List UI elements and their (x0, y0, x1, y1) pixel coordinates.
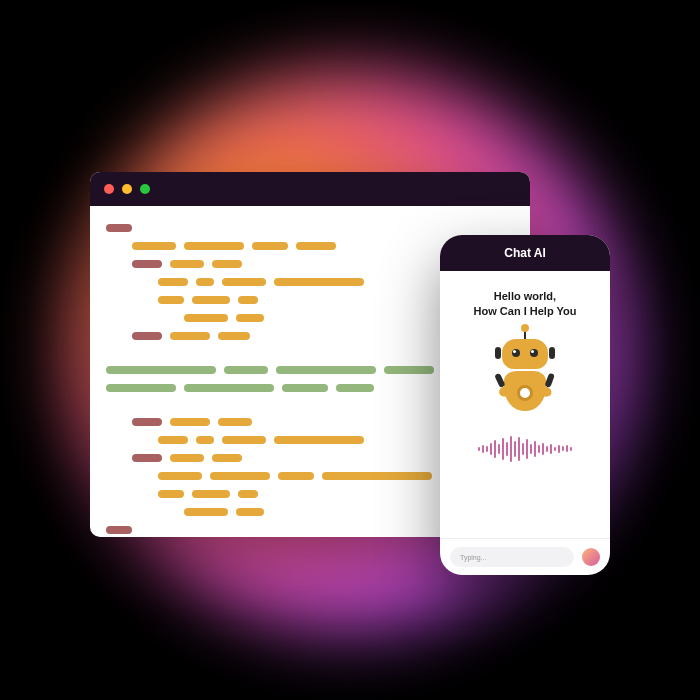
chat-phone: Chat AI Hello world, How Can I Help You (440, 235, 610, 575)
greeting-line2: How Can I Help You (474, 304, 577, 319)
phone-header: Chat AI (440, 235, 610, 271)
voice-waveform-icon (478, 435, 572, 463)
send-button[interactable] (582, 548, 600, 566)
window-titlebar (90, 172, 530, 206)
robot-icon (489, 333, 561, 421)
close-icon[interactable] (104, 184, 114, 194)
phone-title: Chat AI (504, 246, 546, 260)
chat-greeting: Hello world, How Can I Help You (474, 289, 577, 319)
maximize-icon[interactable] (140, 184, 150, 194)
chat-input-bar: Typing... (440, 538, 610, 575)
chat-input[interactable]: Typing... (450, 547, 574, 567)
greeting-line1: Hello world, (474, 289, 577, 304)
chat-input-placeholder: Typing... (460, 554, 486, 561)
code-line (106, 224, 510, 232)
minimize-icon[interactable] (122, 184, 132, 194)
phone-body: Hello world, How Can I Help You (440, 271, 610, 538)
